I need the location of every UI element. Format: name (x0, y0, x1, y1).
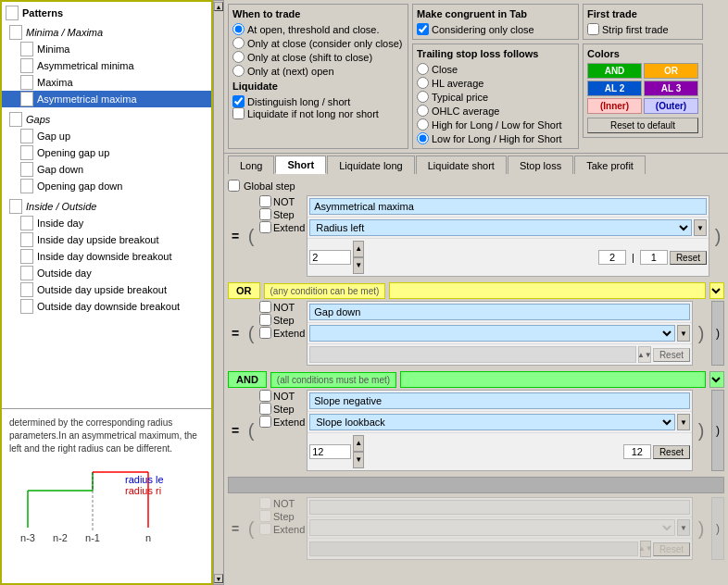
not-chk-2[interactable] (259, 301, 271, 313)
or-dropdown[interactable]: ▼ (709, 282, 724, 299)
tab-liquidate-long[interactable]: Liquidate long (327, 156, 415, 174)
extend-chk-3[interactable] (259, 416, 271, 428)
spin-down-3[interactable]: ▼ (353, 452, 364, 468)
tabs-bar: Long Short Liquidate long Liquidate shor… (224, 154, 728, 176)
select-dropdown-arrow-2[interactable]: ▼ (677, 325, 690, 342)
trailing-typical-radio[interactable] (417, 91, 429, 103)
tree-item-outside-day-up[interactable]: Outside day upside breakout (2, 281, 211, 298)
number-input-3[interactable] (309, 444, 351, 459)
outer-color-btn[interactable]: (Outer) (644, 98, 698, 114)
tree-item-inside-day-down[interactable]: Inside day downside breakout (2, 248, 211, 265)
scroll-up-btn[interactable]: ▲ (214, 2, 223, 11)
not-step-extend-4: NOT Step Extend (259, 497, 305, 560)
scroll-down-btn[interactable]: ▼ (214, 574, 223, 583)
left-scrollbar[interactable]: ▲ ▼ (213, 0, 224, 585)
opening-gap-up-icon (20, 145, 33, 160)
strip-first-trade-chk[interactable] (587, 23, 599, 35)
radio-item-0: At open, threshold and close. (232, 23, 404, 35)
spin-up-3[interactable]: ▲ (353, 435, 364, 452)
gap-down-label: Gap down (37, 164, 83, 175)
spin-up-1[interactable]: ▲ (353, 241, 364, 257)
tree-item-inside-day[interactable]: Inside day (2, 215, 211, 231)
tree-item-maxima[interactable]: Maxima (2, 74, 211, 91)
condition-block-2: = ( NOT Step Extend (228, 301, 724, 366)
tab-liquidate-short[interactable]: Liquidate short (416, 156, 507, 174)
tree-item-gap-up[interactable]: Gap up (2, 128, 211, 144)
tree-item-minima[interactable]: Minima (2, 41, 211, 57)
extend-label-1: Extend (273, 222, 305, 233)
spin-down-1[interactable]: ▼ (353, 257, 364, 274)
not-row-4: NOT (259, 497, 305, 509)
global-step-checkbox[interactable] (228, 180, 240, 192)
trailing-hl-radio[interactable] (417, 77, 429, 89)
reset-btn-1[interactable]: Reset (670, 251, 707, 265)
inside-outside-icon (9, 199, 22, 214)
condition-select-2[interactable] (309, 325, 675, 342)
condition-inner-1: Asymmetrical maxima Radius left ▼ ▲ (307, 195, 709, 277)
tree-item-asym-minima[interactable]: Asymmetrical minima (2, 57, 211, 74)
condition-inner-4: ▼ ▲▼ Reset (307, 497, 693, 560)
select-dropdown-arrow-1[interactable]: ▼ (694, 219, 707, 236)
not-chk-1[interactable] (259, 195, 271, 207)
al3-color-btn[interactable]: AL 3 (644, 81, 698, 96)
radio-only-close-consider-label: Only at close (consider only close) (247, 38, 403, 49)
tree-item-inside-day-up[interactable]: Inside day upside breakout (2, 231, 211, 248)
condition-number-row-3: ▲ ▼ 12 Reset (308, 433, 692, 470)
not-chk-3[interactable] (259, 390, 271, 402)
trailing-close-label: Close (432, 64, 458, 75)
tree-item-gap-down[interactable]: Gap down (2, 161, 211, 178)
section-gaps[interactable]: Gaps (2, 111, 211, 128)
tab-stop-loss[interactable]: Stop loss (508, 156, 573, 174)
and-dropdown[interactable]: ▼ (709, 371, 724, 388)
step-chk-1[interactable] (259, 208, 271, 220)
tab-short[interactable]: Short (275, 156, 326, 174)
tree-item-opening-gap-down[interactable]: Opening gap down (2, 178, 211, 194)
step-chk-3[interactable] (259, 403, 271, 415)
tab-take-profit[interactable]: Take profit (574, 156, 646, 174)
number-input-1[interactable] (309, 250, 351, 265)
trailing-high-long-label: High for Long / Low for Short (432, 119, 562, 131)
trailing-close-radio[interactable] (417, 63, 429, 75)
reset-btn-3[interactable]: Reset (653, 445, 690, 459)
trailing-ohlc-radio[interactable] (417, 105, 429, 117)
radio-open-thresh[interactable] (232, 23, 245, 35)
liquidate-box: Liquidate Distinguish long / short Liqui… (232, 81, 404, 119)
svg-text:n-1: n-1 (85, 532, 100, 543)
condition-select-1[interactable]: Radius left (309, 219, 692, 236)
liquidate-if-not-chk[interactable] (232, 107, 245, 119)
radio-only-close-consider[interactable] (232, 37, 245, 49)
trailing-high-long-radio[interactable] (417, 118, 429, 131)
condition-number-row-2: ▲▼ Reset (308, 344, 692, 365)
condition-name-row-3: Slope negative (308, 391, 692, 412)
liquidate-distinguish-chk[interactable] (232, 95, 245, 107)
tree-item-opening-gap-up[interactable]: Opening gap up (2, 144, 211, 161)
extend-chk-4 (259, 523, 271, 535)
strip-first-trade-label: Strip first trade (602, 24, 669, 35)
step-row-1: Step (259, 208, 305, 220)
reset-btn-2[interactable]: Reset (653, 348, 690, 362)
make-congruent-title: Make congruent in Tab (417, 8, 574, 19)
select-dropdown-arrow-3[interactable]: ▼ (677, 414, 690, 430)
condition-select-3[interactable]: Slope lookback (309, 414, 675, 430)
extend-chk-1[interactable] (259, 221, 271, 233)
tree-item-outside-day[interactable]: Outside day (2, 265, 211, 281)
trailing-low-long-radio[interactable] (417, 132, 429, 144)
tree-item-outside-day-down[interactable]: Outside day downside breakout (2, 298, 211, 315)
number-display-1: 2 (598, 250, 626, 265)
patterns-header[interactable]: Patterns (2, 4, 211, 22)
section-inside-outside[interactable]: Inside / Outside (2, 198, 211, 215)
and-color-btn[interactable]: AND (587, 63, 642, 79)
radio-next-open[interactable] (232, 65, 245, 77)
tree-item-asym-maxima[interactable]: Asymmetrical maxima (2, 91, 211, 107)
inner-color-btn[interactable]: (Inner) (587, 98, 642, 114)
not-label-3: NOT (273, 391, 295, 402)
congruent-only-close-chk[interactable] (417, 23, 429, 35)
radio-only-close-shift[interactable] (232, 51, 245, 63)
al2-color-btn[interactable]: AL 2 (587, 81, 642, 96)
step-chk-2[interactable] (259, 314, 271, 326)
extend-chk-2[interactable] (259, 327, 271, 339)
or-color-btn[interactable]: OR (644, 63, 698, 79)
section-minima-maxima[interactable]: Minima / Maxima (2, 24, 211, 41)
reset-default-btn[interactable]: Reset to default (587, 118, 698, 133)
tab-long[interactable]: Long (228, 156, 274, 174)
